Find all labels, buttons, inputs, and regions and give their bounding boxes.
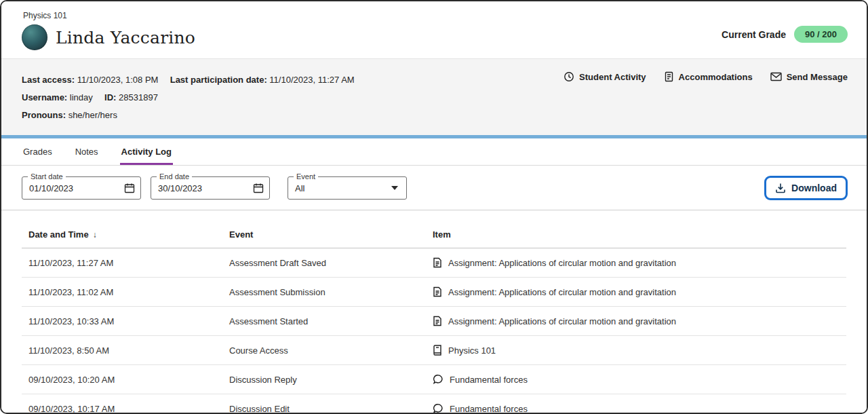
username-value: linday — [70, 92, 93, 102]
row-event: Assessment Submission — [222, 278, 426, 307]
event-filter-label: Event — [294, 172, 318, 181]
column-header-event: Event — [222, 223, 426, 248]
end-date-label: End date — [157, 172, 192, 181]
accommodations-document-icon — [664, 71, 674, 82]
event-filter-value: All — [295, 183, 304, 193]
book-icon — [433, 345, 442, 356]
row-event: Discussion Edit — [222, 394, 426, 414]
last-participation-label: Last participation date: — [170, 75, 267, 85]
assignment-icon — [433, 257, 442, 268]
sort-descending-icon: ↓ — [93, 230, 97, 240]
info-line-identity: Username: linday ID: 28531897 — [22, 89, 846, 107]
student-header: Physics 101 Linda Yaccarino Current Grad… — [1, 1, 867, 58]
start-date-field[interactable]: Start date — [22, 176, 141, 200]
row-item: Assignment: Applications of circular mot… — [448, 316, 676, 326]
course-name: Physics 101 — [23, 11, 846, 20]
tab-bar: Grades Notes Activity Log — [1, 138, 867, 166]
discussion-icon — [433, 403, 443, 414]
table-row: 11/10/2023, 11:02 AM Assessment Submissi… — [22, 278, 846, 307]
start-date-input[interactable] — [29, 183, 120, 193]
row-item: Fundamental forces — [450, 404, 528, 414]
row-item: Physics 101 — [448, 345, 496, 356]
row-event: Course Access — [222, 336, 426, 365]
accommodations-button[interactable]: Accommodations — [664, 71, 753, 82]
table-header-row: Date and Time↓ Event Item — [22, 223, 846, 248]
current-grade-label: Current Grade — [722, 29, 786, 40]
app-window: Physics 101 Linda Yaccarino Current Grad… — [0, 0, 868, 414]
pronouns-value: she/her/hers — [68, 110, 117, 120]
tab-notes[interactable]: Notes — [74, 138, 100, 165]
column-header-date[interactable]: Date and Time↓ — [22, 223, 222, 248]
start-date-label: Start date — [28, 172, 66, 181]
current-grade-badge: 90 / 200 — [794, 26, 848, 43]
calendar-icon[interactable] — [124, 183, 135, 193]
envelope-icon — [770, 72, 782, 81]
student-info-bar: Last access: 11/10/2023, 1:08 PM Last pa… — [1, 58, 867, 135]
row-date: 09/10/2023, 10:20 AM — [22, 365, 222, 394]
table-row: 11/10/2023, 11:27 AM Assessment Draft Sa… — [22, 248, 846, 278]
last-participation-value: 11/10/2023, 11:27 AM — [269, 75, 354, 85]
tab-grades[interactable]: Grades — [22, 138, 54, 165]
row-date: 11/10/2023, 11:27 AM — [22, 248, 222, 278]
row-item: Assignment: Applications of circular mot… — [448, 258, 676, 268]
accommodations-label: Accommodations — [679, 72, 753, 82]
chevron-down-icon — [391, 186, 398, 190]
info-line-pronouns: Pronouns: she/her/hers — [22, 107, 846, 124]
table-row: 09/10/2023, 10:17 AM Discussion Edit Fun… — [22, 394, 846, 414]
event-filter-select[interactable]: Event All — [288, 176, 407, 200]
send-message-button[interactable]: Send Message — [770, 72, 848, 82]
discussion-icon — [433, 374, 443, 385]
clock-history-icon — [564, 71, 574, 82]
row-event: Assessment Started — [222, 307, 426, 336]
table-row: 09/10/2023, 10:20 AM Discussion Reply Fu… — [22, 365, 846, 394]
row-item: Fundamental forces — [450, 375, 528, 385]
last-access-value: 11/10/2023, 1:08 PM — [77, 75, 159, 85]
row-event: Assessment Draft Saved — [222, 248, 426, 278]
row-date: 11/10/2023, 11:02 AM — [22, 278, 222, 307]
download-icon — [775, 183, 786, 193]
calendar-icon[interactable] — [253, 183, 264, 193]
student-activity-label: Student Activity — [579, 72, 646, 82]
end-date-field[interactable]: End date — [151, 176, 270, 200]
table-row: 11/10/2023, 10:33 AM Assessment Started … — [22, 307, 846, 336]
tab-activity-log[interactable]: Activity Log — [120, 138, 173, 165]
row-date: 11/10/2023, 10:33 AM — [22, 307, 222, 336]
avatar — [22, 24, 47, 50]
assignment-icon — [433, 286, 442, 297]
username-label: Username: — [22, 92, 67, 102]
row-date: 11/10/2023, 8:50 AM — [22, 336, 222, 365]
filter-bar: Start date End date Event All — [1, 166, 867, 210]
student-activity-button[interactable]: Student Activity — [564, 71, 646, 82]
download-button[interactable]: Download — [767, 178, 845, 197]
download-label: Download — [791, 183, 837, 193]
last-access-label: Last access: — [22, 75, 75, 85]
assignment-icon — [433, 316, 442, 326]
table-row: 11/10/2023, 8:50 AM Course Access Physic… — [22, 336, 846, 365]
row-event: Discussion Reply — [222, 365, 426, 394]
download-highlight-ring: Download — [764, 176, 848, 200]
column-header-item: Item — [426, 223, 846, 248]
page-title: Linda Yaccarino — [56, 28, 195, 48]
end-date-input[interactable] — [158, 183, 249, 193]
pronouns-label: Pronouns: — [22, 110, 66, 120]
id-value: 28531897 — [119, 92, 158, 102]
row-item: Assignment: Applications of circular mot… — [448, 287, 676, 297]
send-message-label: Send Message — [787, 72, 848, 82]
id-label: ID: — [104, 92, 116, 102]
activity-log-table: Date and Time↓ Event Item 11/10/2023, 11… — [1, 210, 867, 414]
row-date: 09/10/2023, 10:17 AM — [22, 394, 222, 414]
